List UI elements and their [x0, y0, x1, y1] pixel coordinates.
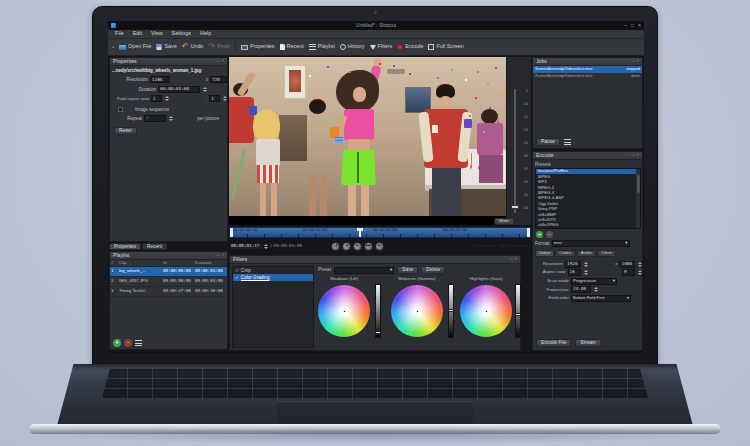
- filters-toggle-button[interactable]: Filters: [370, 44, 393, 50]
- fast-forward-button[interactable]: ▶▶: [364, 242, 373, 251]
- remove-preset-button[interactable]: −: [546, 231, 553, 238]
- aspect-w-field[interactable]: 16: [568, 269, 581, 276]
- tab-properties[interactable]: Properties: [109, 243, 141, 250]
- rewind-button[interactable]: ◀: [342, 242, 351, 251]
- shadows-level-slider[interactable]: [375, 284, 381, 338]
- par-den-field[interactable]: 1: [209, 95, 220, 102]
- full-screen-button[interactable]: Full Screen: [428, 44, 463, 50]
- highlights-color-wheel[interactable]: [460, 285, 512, 337]
- shadows-color-wheel[interactable]: [318, 285, 370, 337]
- resolution-height-field[interactable]: 720: [210, 76, 227, 83]
- spinner-icon[interactable]: [638, 262, 642, 267]
- play-button[interactable]: ▶: [353, 242, 362, 251]
- preset-delete-button[interactable]: Delete: [421, 266, 445, 274]
- volume-slider-thumb[interactable]: [511, 205, 519, 209]
- maximize-button[interactable]: □: [631, 23, 634, 29]
- jobs-menu-icon[interactable]: [564, 139, 571, 145]
- panel-close-icon[interactable]: ×: [514, 257, 517, 262]
- undo-button[interactable]: ↶Undo: [182, 44, 204, 50]
- encode-height-field[interactable]: 1080: [619, 261, 635, 268]
- menu-item-edit[interactable]: Edit: [129, 31, 146, 37]
- image-sequence-checkbox[interactable]: [118, 107, 123, 112]
- encode-tab-codec[interactable]: Codec: [555, 250, 576, 257]
- job-row[interactable]: /home/dkennedy/Videos/test.mov stopped: [533, 66, 642, 73]
- volume-slider-track[interactable]: [514, 89, 516, 213]
- properties-toggle-button[interactable]: Properties: [241, 44, 275, 50]
- encode-file-button[interactable]: Encode File: [536, 339, 571, 347]
- filter-item-color-grading[interactable]: ✓ Color Grading: [233, 274, 313, 281]
- fps-field[interactable]: 24.00: [571, 286, 591, 293]
- panel-float-icon[interactable]: □: [217, 59, 220, 64]
- encode-width-field[interactable]: 1920: [565, 261, 581, 268]
- panel-float-icon[interactable]: □: [632, 59, 635, 64]
- aspect-h-field[interactable]: 9: [622, 269, 635, 276]
- remove-clip-button[interactable]: −: [124, 339, 132, 347]
- current-position-field[interactable]: 00:00:01:17: [229, 243, 263, 250]
- playlist-toggle-button[interactable]: Playlist: [309, 44, 335, 50]
- redo-button[interactable]: ↷Redo: [208, 44, 230, 50]
- spinner-icon[interactable]: [203, 87, 207, 92]
- spinner-icon[interactable]: [165, 96, 169, 101]
- midtones-color-wheel[interactable]: [391, 285, 443, 337]
- par-num-field[interactable]: 1: [151, 95, 162, 102]
- playlist-row[interactable]: 3 Timing Test/sl... 00:00:47:08 00:00:40…: [110, 287, 227, 297]
- history-toggle-button[interactable]: History: [340, 44, 365, 50]
- playlist-row[interactable]: 1 big_wheels_... 00:00:00:00 00:00:04:00: [110, 267, 227, 277]
- trim-in-handle[interactable]: [230, 228, 233, 237]
- panel-close-icon[interactable]: ×: [221, 59, 224, 64]
- skip-start-button[interactable]: |◀: [331, 242, 340, 251]
- trim-out-handle[interactable]: [527, 228, 530, 237]
- menu-item-help[interactable]: Help: [196, 31, 215, 37]
- col-in[interactable]: In: [163, 261, 195, 266]
- minimize-button[interactable]: −: [624, 23, 627, 29]
- panel-close-icon[interactable]: ×: [636, 59, 639, 64]
- spinner-icon[interactable]: [594, 287, 598, 292]
- format-dropdown[interactable]: mov▾: [552, 240, 630, 247]
- col-duration[interactable]: Duration: [195, 261, 228, 266]
- preset-save-button[interactable]: Save: [397, 266, 418, 274]
- col-num[interactable]: #: [111, 261, 119, 266]
- menu-item-view[interactable]: View: [147, 31, 167, 37]
- col-clip[interactable]: Clip: [119, 261, 163, 266]
- playlist-menu-icon[interactable]: [135, 340, 142, 346]
- recent-toggle-button[interactable]: Recent: [280, 44, 304, 50]
- spinner-icon[interactable]: [584, 270, 588, 275]
- resolution-width-field[interactable]: 1280: [150, 76, 170, 83]
- mute-button[interactable]: Mute: [494, 218, 514, 225]
- preset-dropdown[interactable]: ▾: [334, 267, 394, 274]
- panel-close-icon[interactable]: ×: [636, 153, 639, 158]
- seek-bar[interactable]: 00:00:00:00 00:00:01:00 00:00:02:00 00:0…: [229, 227, 531, 238]
- filter-item-crop[interactable]: ✓ Crop: [233, 267, 313, 274]
- field-order-dropdown[interactable]: Bottom Field First▾: [571, 295, 631, 302]
- encode-toggle-button[interactable]: Encode: [397, 44, 423, 50]
- playhead[interactable]: [359, 228, 361, 237]
- spinner-icon[interactable]: [638, 270, 642, 275]
- panel-close-icon[interactable]: ×: [221, 253, 224, 258]
- preset-item[interactable]: stills/JPEG: [536, 223, 640, 228]
- menu-item-settings[interactable]: Settings: [168, 31, 195, 37]
- reset-button[interactable]: Reset: [114, 127, 137, 135]
- save-button[interactable]: Save: [156, 44, 176, 50]
- repeat-field[interactable]: 1: [144, 115, 166, 122]
- close-button[interactable]: ×: [638, 23, 641, 29]
- panel-float-icon[interactable]: □: [217, 253, 220, 258]
- midtones-level-slider[interactable]: [448, 284, 454, 338]
- job-row[interactable]: /home/dkennedy/Videos/test.mov done: [533, 73, 642, 80]
- encode-tab-audio[interactable]: Audio: [577, 250, 596, 257]
- panel-float-icon[interactable]: □: [510, 257, 513, 262]
- duration-field[interactable]: 00:00:04:00: [158, 86, 200, 93]
- encode-tab-video[interactable]: Video: [535, 250, 554, 257]
- pause-job-button[interactable]: Pause: [536, 138, 560, 146]
- spinner-icon[interactable]: [584, 262, 588, 267]
- spinner-icon[interactable]: [169, 116, 173, 121]
- open-file-button[interactable]: Open File: [119, 44, 151, 50]
- spinner-icon[interactable]: [223, 96, 227, 101]
- highlights-level-slider[interactable]: [515, 284, 521, 338]
- scrollbar[interactable]: [636, 169, 640, 228]
- add-preset-button[interactable]: +: [536, 231, 543, 238]
- skip-end-button[interactable]: ▶|: [375, 242, 384, 251]
- add-clip-button[interactable]: +: [113, 339, 121, 347]
- spinner-icon[interactable]: [264, 244, 268, 249]
- panel-float-icon[interactable]: □: [632, 153, 635, 158]
- encode-tab-other[interactable]: Other: [597, 250, 616, 257]
